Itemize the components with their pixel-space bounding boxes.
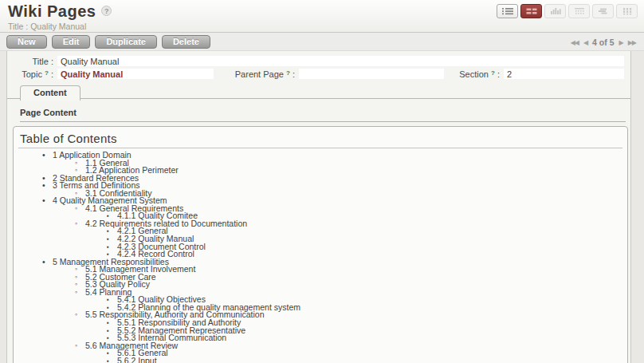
toc-item: ▪5.4.1 Quality Objectives bbox=[14, 296, 627, 304]
toc-bullet-icon: ◦ bbox=[75, 205, 85, 213]
parent-page-field[interactable] bbox=[299, 69, 444, 79]
help-icon[interactable]: ? bbox=[101, 6, 112, 16]
toc-item: ▪4.2.1 General bbox=[14, 227, 627, 235]
section-field-label: Section ? : bbox=[450, 69, 500, 79]
gantt-view-icon[interactable] bbox=[592, 4, 614, 18]
toc-item: ◦4.1 General Requirements bbox=[14, 205, 627, 213]
form-view-icon[interactable] bbox=[520, 4, 542, 18]
toc-bullet-icon: ◦ bbox=[75, 311, 85, 319]
toc-bullet-icon: ◦ bbox=[75, 289, 85, 297]
toc-item: ▪4.2.3 Document Control bbox=[14, 243, 627, 251]
toc-item: ◦5.5 Responsibility, Authority and Commu… bbox=[14, 311, 627, 319]
toc-bullet-icon: • bbox=[42, 182, 53, 190]
list-view-icon[interactable] bbox=[497, 4, 518, 18]
toc-bullet-icon: • bbox=[42, 152, 53, 160]
topic-field[interactable] bbox=[57, 69, 214, 79]
toc-bullet-icon: ▪ bbox=[107, 319, 117, 327]
toc-item: ▪5.5.1 Responsibility and Authority bbox=[14, 319, 627, 327]
toc-heading: Table of Contents bbox=[14, 127, 627, 146]
new-button[interactable]: New bbox=[6, 35, 47, 49]
page-title: Wiki Pages? bbox=[8, 2, 112, 21]
next-record-icon[interactable]: ▶ bbox=[619, 39, 623, 46]
toc-rule bbox=[18, 148, 622, 148]
toc-bullet-icon: ◦ bbox=[75, 220, 85, 228]
toc-item: ◦5.4 Planning bbox=[14, 289, 627, 297]
toc-item: ▪5.6.2 Input bbox=[14, 357, 627, 363]
duplicate-button[interactable]: Duplicate bbox=[95, 35, 157, 49]
tab-content[interactable]: Content bbox=[20, 85, 80, 101]
toc-item: ◦4.2 Requirements related to Documentati… bbox=[14, 220, 627, 228]
section-help-icon[interactable]: ? bbox=[491, 69, 495, 77]
first-record-icon[interactable]: ◀◀ bbox=[571, 39, 579, 46]
toc-bullet-icon: ▪ bbox=[107, 296, 117, 304]
toc-item: ◦5.6 Management Review bbox=[14, 342, 627, 350]
toc-bullet-icon: ▪ bbox=[107, 327, 117, 335]
topic-help-icon[interactable]: ? bbox=[45, 69, 49, 77]
kanban-view-icon[interactable] bbox=[616, 4, 638, 18]
toc-item: ▪5.5.2 Management Representative bbox=[14, 327, 627, 335]
last-record-icon[interactable]: ▶▶ bbox=[628, 39, 636, 46]
page-content-separator: Page Content bbox=[20, 105, 626, 122]
toc-bullet-icon: ▪ bbox=[107, 243, 117, 251]
toc-item: ▪5.6.1 General bbox=[14, 349, 627, 357]
title-field[interactable] bbox=[57, 56, 624, 66]
previous-record-icon[interactable]: ◀ bbox=[583, 39, 587, 46]
separator-line bbox=[20, 121, 626, 122]
toc-bullet-icon: • bbox=[42, 197, 53, 205]
toolbar: New Edit Duplicate Delete ◀◀ ◀ 4 of 5 ▶ … bbox=[0, 33, 644, 51]
delete-button[interactable]: Delete bbox=[162, 35, 210, 49]
edit-button[interactable]: Edit bbox=[52, 35, 91, 49]
view-switcher bbox=[497, 4, 638, 18]
toc-item: ▪4.2.2 Quality Manual bbox=[14, 235, 627, 243]
topic-field-label: Topic ? : bbox=[7, 69, 53, 79]
page-content-label: Page Content bbox=[20, 108, 77, 117]
section-field[interactable] bbox=[504, 69, 624, 79]
breadcrumb-subtitle: Title : Quality Manual bbox=[8, 22, 86, 31]
toc-bullet-icon: ▪ bbox=[107, 349, 117, 357]
calendar-view-icon[interactable] bbox=[568, 4, 590, 18]
title-field-label: Title : bbox=[7, 57, 53, 66]
toc-bullet-icon: ▪ bbox=[107, 227, 117, 235]
parent-page-help-icon[interactable]: ? bbox=[286, 69, 290, 77]
record-pager: ◀◀ ◀ 4 of 5 ▶ ▶▶ bbox=[571, 37, 636, 47]
header: Wiki Pages? Title : Quality Manual bbox=[0, 0, 644, 33]
graph-view-icon[interactable] bbox=[544, 4, 566, 18]
toc-list: •1 Application Domain◦1.1 General◦1.2 Ap… bbox=[14, 152, 627, 363]
toc-item-text: 5.6.2 Input bbox=[117, 357, 157, 363]
parent-page-field-label: Parent Page ? : bbox=[220, 69, 295, 79]
page-content-viewer[interactable]: Table of Contents •1 Application Domain◦… bbox=[13, 126, 628, 363]
pager-count: 4 of 5 bbox=[592, 37, 614, 47]
notebook-tabbar: Content bbox=[7, 84, 630, 99]
toc-bullet-icon: ▪ bbox=[107, 357, 117, 363]
toc-bullet-icon: ▪ bbox=[107, 235, 117, 243]
form-panel: Title : Topic ? : Parent Page ? : Sectio… bbox=[6, 51, 631, 363]
toc-bullet-icon: ◦ bbox=[75, 342, 85, 350]
toc-bullet-icon: • bbox=[42, 258, 53, 266]
